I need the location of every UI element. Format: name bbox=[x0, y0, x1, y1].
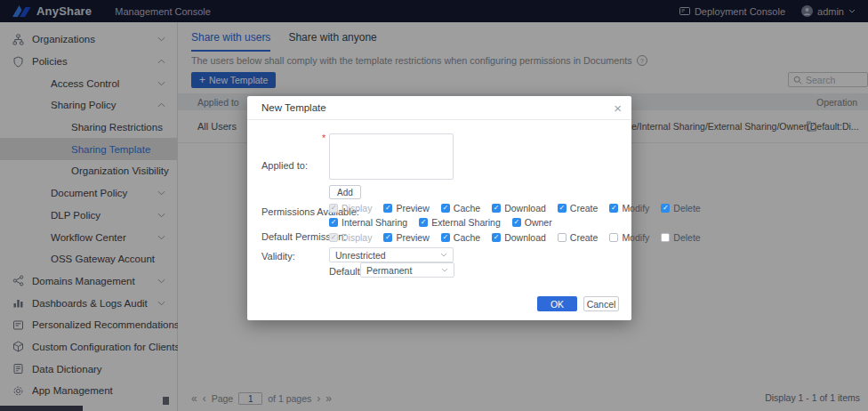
checkbox-label: External Sharing bbox=[431, 217, 501, 228]
checkbox-label: Modify bbox=[622, 232, 649, 243]
checkbox-box bbox=[661, 233, 670, 242]
checkbox-external-sharing[interactable]: External Sharing bbox=[419, 217, 501, 228]
checkbox-cache[interactable]: Cache bbox=[441, 203, 480, 214]
default-permission-row: DisplayPreviewCacheDownloadCreateModifyD… bbox=[329, 232, 712, 243]
checkbox-box bbox=[558, 204, 567, 213]
chevron-down-icon bbox=[441, 268, 448, 272]
checkbox-box bbox=[609, 204, 618, 213]
checkbox-label: Download bbox=[504, 203, 546, 214]
checkbox-box bbox=[419, 218, 428, 227]
checkbox-preview[interactable]: Preview bbox=[383, 232, 429, 243]
checkbox-label: Owner bbox=[525, 217, 552, 228]
permissions-available-row-1: DisplayPreviewCacheDownloadCreateModifyD… bbox=[329, 203, 712, 214]
checkbox-box bbox=[441, 233, 450, 242]
chevron-down-icon bbox=[440, 253, 447, 257]
checkbox-owner[interactable]: Owner bbox=[512, 217, 552, 228]
checkbox-label: Display bbox=[342, 232, 372, 243]
permissions-available-row-2: Internal SharingExternal SharingOwner bbox=[329, 217, 564, 228]
default-label: Default: bbox=[329, 266, 363, 277]
required-marker: * bbox=[322, 133, 326, 143]
default-select[interactable]: Permanent bbox=[360, 262, 454, 278]
checkbox-modify[interactable]: Modify bbox=[609, 203, 649, 214]
applied-to-textarea[interactable] bbox=[329, 133, 454, 180]
cancel-button[interactable]: Cancel bbox=[583, 296, 619, 311]
checkbox-box bbox=[558, 233, 567, 242]
checkbox-label: Delete bbox=[673, 232, 700, 243]
checkbox-delete[interactable]: Delete bbox=[661, 232, 700, 243]
ok-button[interactable]: OK bbox=[537, 296, 577, 311]
checkbox-label: Create bbox=[570, 203, 599, 214]
checkbox-box bbox=[383, 233, 392, 242]
checkbox-display[interactable]: Display bbox=[329, 203, 372, 214]
checkbox-box bbox=[383, 204, 392, 213]
checkbox-label: Download bbox=[504, 232, 546, 243]
checkbox-label: Preview bbox=[396, 232, 429, 243]
checkbox-delete[interactable]: Delete bbox=[661, 203, 700, 214]
validity-value: Unrestricted bbox=[335, 250, 386, 261]
applied-to-label: Applied to: bbox=[261, 160, 308, 171]
checkbox-box bbox=[329, 204, 338, 213]
checkbox-label: Display bbox=[342, 203, 372, 214]
checkbox-cache[interactable]: Cache bbox=[441, 232, 480, 243]
checkbox-modify[interactable]: Modify bbox=[609, 232, 649, 243]
checkbox-internal-sharing[interactable]: Internal Sharing bbox=[329, 217, 407, 228]
checkbox-download[interactable]: Download bbox=[492, 203, 546, 214]
new-template-modal: New Template × * Applied to: Add Permiss… bbox=[247, 96, 631, 320]
checkbox-box bbox=[512, 218, 521, 227]
checkbox-label: Preview bbox=[396, 203, 429, 214]
checkbox-label: Cache bbox=[454, 232, 480, 243]
checkbox-box bbox=[609, 233, 618, 242]
checkbox-box bbox=[329, 233, 338, 242]
validity-select[interactable]: Unrestricted bbox=[329, 247, 454, 262]
checkbox-download[interactable]: Download bbox=[492, 232, 546, 243]
default-value: Permanent bbox=[366, 265, 412, 276]
checkbox-box bbox=[329, 218, 338, 227]
checkbox-box bbox=[492, 204, 501, 213]
modal-title: New Template bbox=[261, 102, 326, 113]
close-icon[interactable]: × bbox=[614, 101, 622, 115]
checkbox-create[interactable]: Create bbox=[558, 203, 599, 214]
checkbox-box bbox=[441, 204, 450, 213]
modal-header: New Template × bbox=[247, 96, 631, 120]
checkbox-label: Delete bbox=[673, 203, 700, 214]
checkbox-label: Modify bbox=[622, 203, 649, 214]
checkbox-label: Internal Sharing bbox=[342, 217, 407, 228]
checkbox-preview[interactable]: Preview bbox=[383, 203, 429, 214]
checkbox-label: Create bbox=[570, 232, 599, 243]
checkbox-display[interactable]: Display bbox=[329, 232, 372, 243]
checkbox-create[interactable]: Create bbox=[558, 232, 599, 243]
checkbox-box bbox=[492, 233, 501, 242]
validity-label: Validity: bbox=[261, 251, 295, 262]
checkbox-box bbox=[661, 204, 670, 213]
checkbox-label: Cache bbox=[454, 203, 480, 214]
add-button[interactable]: Add bbox=[329, 185, 361, 199]
